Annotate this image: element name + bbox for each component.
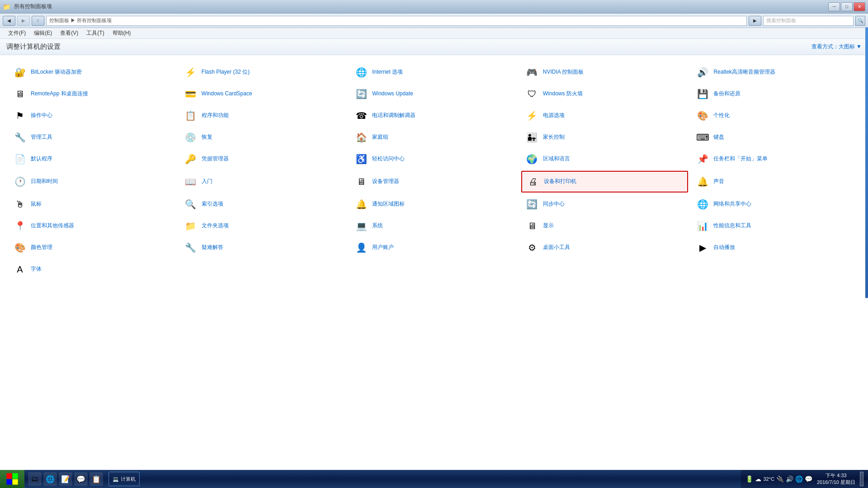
back-button[interactable]: ◀	[3, 16, 15, 26]
troubleshoot-label: 疑难解答	[202, 244, 223, 251]
cp-item-keyboard[interactable]: ⌨键盘	[692, 127, 859, 147]
ease-label: 轻松访问中心	[372, 155, 405, 163]
cp-item-remoteapp[interactable]: 🖥RemoteApp 和桌面连接	[9, 84, 176, 104]
cp-item-network[interactable]: 🌐网络和共享中心	[692, 194, 859, 214]
cp-item-fonts[interactable]: A字体	[9, 259, 176, 279]
maximize-button[interactable]: □	[841, 2, 853, 11]
menu-file[interactable]: 文件(F)	[5, 28, 29, 38]
cp-item-action[interactable]: ⚑操作中心	[9, 106, 176, 126]
cp-item-flash[interactable]: ⚡Flash Player (32 位)	[180, 62, 347, 82]
cp-item-autoplay[interactable]: ▶自动播放	[692, 238, 859, 258]
cp-item-region[interactable]: 🌍区域和语言	[521, 149, 689, 169]
cp-item-power[interactable]: ⚡电源选项	[521, 106, 689, 126]
cp-item-getstarted[interactable]: 📖入门	[180, 171, 347, 192]
cp-item-datetime[interactable]: 🕐日期和时间	[9, 171, 176, 192]
cp-item-winupdate[interactable]: 🔄Windows Update	[350, 84, 518, 104]
notify-icon: 🔔	[354, 197, 368, 211]
address-go-button[interactable]: ▶	[749, 16, 761, 26]
taskbar-computer[interactable]: 💻 计算机	[108, 472, 140, 486]
cp-item-nvidia[interactable]: 🎮NVIDIA 控制面板	[521, 62, 689, 82]
cp-item-user[interactable]: 👤用户账户	[350, 238, 518, 258]
color-label: 颜色管理	[31, 244, 52, 251]
cp-item-ease[interactable]: ♿轻松访问中心	[350, 149, 518, 169]
tray-notification-icon[interactable]: 💬	[805, 475, 812, 483]
search-field[interactable]: 搜索控制面板	[763, 16, 854, 26]
menu-view[interactable]: 查看(V)	[57, 28, 82, 38]
tray-volume-icon[interactable]: 🔊	[786, 475, 793, 483]
cp-item-cardspace[interactable]: 💳Windows CardSpace	[180, 84, 347, 104]
programs-icon: 📋	[184, 108, 198, 123]
taskbar-btn-browser[interactable]: 🌐	[43, 472, 57, 486]
cp-item-firewall[interactable]: 🛡Windows 防火墙	[521, 84, 689, 104]
cp-item-bitlocker[interactable]: 🔐BitLocker 驱动器加密	[9, 62, 176, 82]
taskbar-btn-wps[interactable]: 📝	[59, 472, 72, 486]
location-label: 位置和其他传感器	[31, 222, 74, 230]
cp-item-folderopts[interactable]: 📁文件夹选项	[180, 216, 347, 236]
fonts-icon: A	[13, 262, 27, 277]
winupdate-icon: 🔄	[354, 87, 368, 101]
menu-help[interactable]: 帮助(H)	[109, 28, 135, 38]
taskbar-btn-app[interactable]: 📋	[90, 472, 103, 486]
cp-item-location[interactable]: 📍位置和其他传感器	[9, 216, 176, 236]
taskbar-btn-im[interactable]: 💬	[74, 472, 88, 486]
cp-item-credentials[interactable]: 🔑凭据管理器	[180, 149, 347, 169]
firewall-label: Windows 防火墙	[543, 90, 583, 98]
cp-item-troubleshoot[interactable]: 🔧疑难解答	[180, 238, 347, 258]
cp-item-notify[interactable]: 🔔通知区域图标	[350, 194, 518, 214]
recovery-label: 恢复	[202, 134, 212, 141]
user-label: 用户账户	[372, 244, 394, 251]
system-label: 系统	[372, 222, 383, 230]
start-button[interactable]	[0, 470, 24, 488]
computer-icon: 💻	[113, 476, 119, 482]
cp-item-devprint[interactable]: 🖨设备和打印机	[521, 171, 689, 192]
tray-network-icon[interactable]: 🌐	[795, 475, 803, 483]
cp-item-sound[interactable]: 🔔声音	[692, 171, 859, 192]
menu-tools[interactable]: 工具(T)	[83, 28, 108, 38]
cp-item-display[interactable]: 🖥显示	[521, 216, 689, 236]
cp-item-personalize[interactable]: 🎨个性化	[692, 106, 859, 126]
cp-item-perf[interactable]: 📊性能信息和工具	[692, 216, 859, 236]
close-button[interactable]: ✕	[854, 2, 865, 11]
minimize-button[interactable]: ─	[828, 2, 840, 11]
cp-item-parental[interactable]: 👨‍👧家长控制	[521, 127, 689, 147]
cp-item-gadgets[interactable]: ⚙桌面小工具	[521, 238, 689, 258]
view-options[interactable]: 查看方式：大图标 ▼	[811, 43, 862, 51]
clock[interactable]: 下午 4:33 2016/7/10 星期日	[817, 472, 855, 486]
action-label: 操作中心	[31, 112, 52, 119]
cp-item-system[interactable]: 💻系统	[350, 216, 518, 236]
default-icon: 📄	[13, 152, 27, 166]
cp-item-realtek[interactable]: 🔊Realtek高清晰音频管理器	[692, 62, 859, 82]
menu-edit[interactable]: 编辑(E)	[30, 28, 56, 38]
address-field[interactable]: 控制面板 ▶ 所有控制面板项	[46, 16, 747, 26]
up-button[interactable]: ↑	[32, 16, 44, 26]
cp-item-indexing[interactable]: 🔍索引选项	[180, 194, 347, 214]
devprint-label: 设备和打印机	[544, 178, 576, 185]
system-icon: 💻	[354, 219, 368, 233]
search-go-button[interactable]: 🔍	[855, 16, 865, 26]
cardspace-label: Windows CardSpace	[202, 90, 252, 98]
cp-item-homegroup[interactable]: 🏠家庭组	[350, 127, 518, 147]
backup-label: 备份和还原	[713, 90, 741, 98]
cp-item-sync[interactable]: 🔄同步中心	[521, 194, 689, 214]
cp-item-devmgr[interactable]: 🖥设备管理器	[350, 171, 518, 192]
cp-item-backup[interactable]: 💾备份和还原	[692, 84, 859, 104]
cp-item-programs[interactable]: 📋程序和功能	[180, 106, 347, 126]
bitlocker-icon: 🔐	[13, 65, 27, 80]
cp-item-internet[interactable]: 🌐Internet 选项	[350, 62, 518, 82]
cp-item-color[interactable]: 🎨颜色管理	[9, 238, 176, 258]
cp-item-recovery[interactable]: 💿恢复	[180, 127, 347, 147]
ease-icon: ♿	[354, 152, 368, 166]
forward-button[interactable]: ▶	[17, 16, 30, 26]
scroll-indicator	[865, 27, 868, 298]
cp-item-default[interactable]: 📄默认程序	[9, 149, 176, 169]
taskbar-btn-folder[interactable]: 🗂	[28, 472, 42, 486]
devprint-icon: 🖨	[526, 174, 540, 189]
power-icon: ⚡	[525, 108, 539, 123]
cp-item-taskbar[interactable]: 📌任务栏和「开始」菜单	[692, 149, 859, 169]
cp-item-phone[interactable]: ☎电话和调制解调器	[350, 106, 518, 126]
show-desktop-button[interactable]	[860, 472, 863, 486]
control-panel-grid: 🔐BitLocker 驱动器加密⚡Flash Player (32 位)🌐Int…	[9, 62, 859, 279]
realtek-icon: 🔊	[695, 65, 710, 80]
cp-item-mouse[interactable]: 🖱鼠标	[9, 194, 176, 214]
cp-item-admin[interactable]: 🔧管理工具	[9, 127, 176, 147]
